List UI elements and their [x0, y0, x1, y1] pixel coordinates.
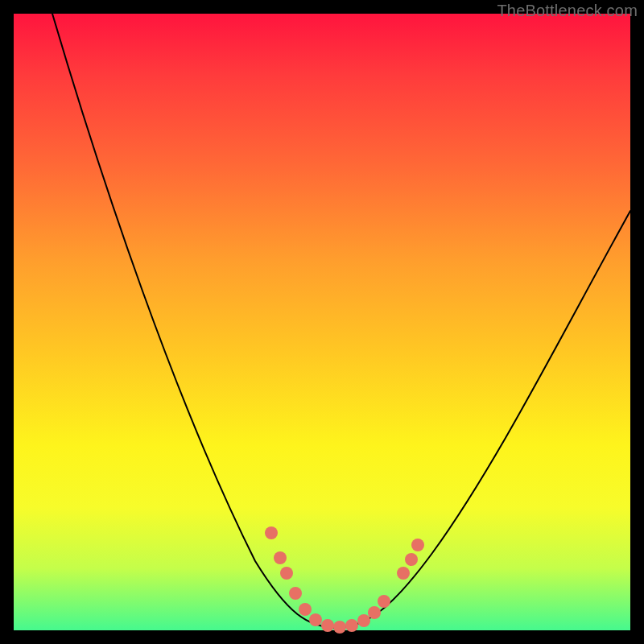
bottleneck-curve-svg — [14, 14, 630, 630]
bottleneck-curve — [52, 14, 630, 628]
curve-point — [378, 595, 390, 608]
chart-frame — [14, 14, 630, 630]
curve-point — [280, 567, 293, 580]
curve-point — [397, 567, 410, 580]
curve-point — [274, 551, 287, 564]
curve-point — [289, 587, 302, 600]
watermark-text: TheBottleneck.com — [497, 2, 638, 20]
curve-point — [309, 613, 322, 626]
curve-point — [411, 539, 424, 551]
curve-point — [299, 603, 312, 616]
curve-point — [368, 606, 381, 619]
curve-point — [265, 526, 278, 539]
curve-point — [333, 621, 346, 634]
curve-point — [321, 619, 334, 632]
curve-point — [345, 619, 358, 632]
curve-point — [357, 614, 370, 627]
curve-point — [405, 553, 418, 566]
